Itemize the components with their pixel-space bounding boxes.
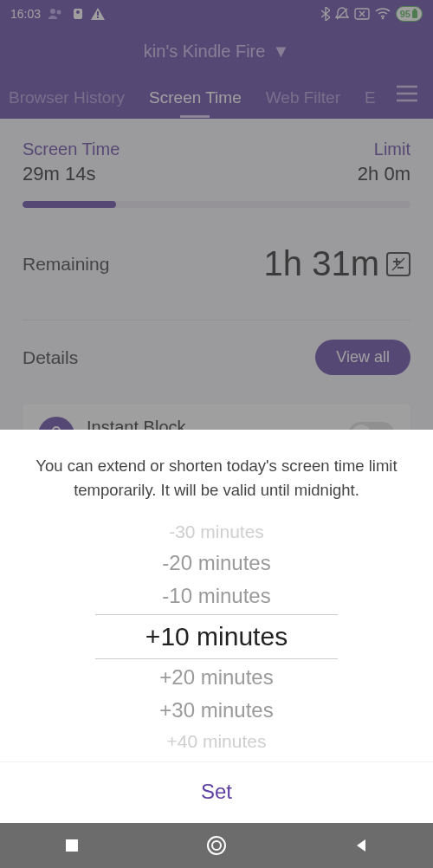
picker-option[interactable]: +30 minutes — [0, 694, 433, 727]
time-picker[interactable]: -40 minutes -30 minutes -20 minutes -10 … — [0, 513, 433, 762]
picker-option[interactable]: +50 minutes — [0, 756, 433, 761]
android-navbar — [0, 823, 433, 868]
picker-option[interactable]: -30 minutes — [0, 517, 433, 547]
adjust-limit-sheet: You can extend or shorten today's screen… — [0, 430, 433, 823]
picker-option[interactable]: +40 minutes — [0, 727, 433, 756]
sheet-description: You can extend or shorten today's screen… — [0, 430, 433, 513]
picker-option[interactable]: -10 minutes — [0, 580, 433, 612]
svg-point-21 — [212, 841, 221, 850]
picker-option[interactable]: +20 minutes — [0, 661, 433, 694]
nav-home-button[interactable] — [204, 833, 229, 858]
picker-option-selected[interactable]: +10 minutes — [95, 614, 338, 659]
set-button[interactable]: Set — [0, 761, 433, 823]
svg-rect-19 — [66, 839, 78, 852]
svg-point-20 — [208, 837, 225, 854]
nav-recent-button[interactable] — [60, 833, 84, 858]
picker-option[interactable]: -20 minutes — [0, 547, 433, 580]
nav-back-button[interactable] — [349, 833, 373, 858]
